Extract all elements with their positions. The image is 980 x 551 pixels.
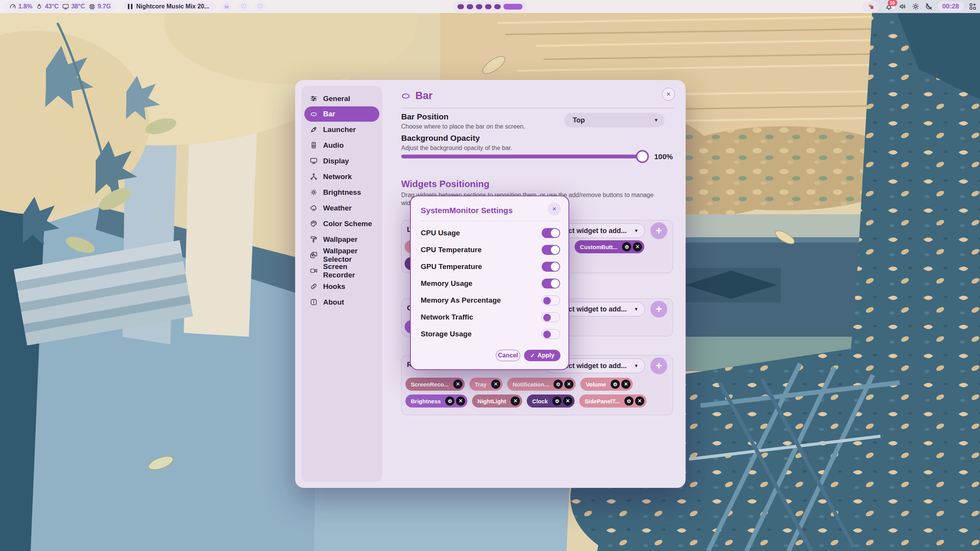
opacity-slider-track[interactable]: [401, 155, 649, 158]
gear-icon: ⚙: [556, 381, 560, 387]
toggle-row-gpu-temperature: GPU Temperature: [421, 261, 560, 273]
sidebar-item-label: Network: [323, 173, 352, 181]
flame-icon: [36, 3, 43, 10]
cpu-usage-toggle[interactable]: [542, 228, 560, 238]
gpu-temperature-toggle[interactable]: [542, 262, 560, 272]
chip-remove-button[interactable]: ×: [635, 396, 644, 406]
system-stats-pill[interactable]: 1.8% 43°C 38°C 9.7G: [4, 1, 116, 12]
widget-chip-sidepanel[interactable]: SidePanelT... ⚙ ×: [579, 395, 647, 408]
widget-chip-notification[interactable]: Notification... ⚙ ×: [507, 378, 576, 391]
sidebar-item-launcher[interactable]: Launcher: [304, 122, 379, 137]
right-widgets-row-2: Brightness ⚙ × NightLight × Clock ⚙ ×: [405, 395, 647, 408]
nightlight-off-icon[interactable]: [924, 2, 933, 11]
cpu-temp-value: 43°C: [45, 3, 59, 10]
widget-chip-screenrecorder[interactable]: ScreenReco... ×: [405, 378, 465, 391]
chip-settings-button[interactable]: ⚙: [552, 396, 562, 406]
dialog-close-button[interactable]: ×: [548, 202, 561, 215]
chip-settings-button[interactable]: ⚙: [622, 242, 631, 251]
workspace-active-pill[interactable]: [503, 4, 523, 10]
sidebar-item-wallpaper-selector[interactable]: Wallpaper Selector: [304, 247, 379, 263]
speaker-box-icon: [310, 141, 318, 149]
memory-as-percentage-toggle[interactable]: [542, 295, 560, 305]
workspace-dot[interactable]: [485, 4, 492, 9]
sidebar-item-color-scheme[interactable]: Color Scheme: [304, 216, 379, 231]
heart-button-1[interactable]: ♡: [238, 1, 249, 12]
chip-settings-button[interactable]: ⚙: [611, 380, 620, 389]
sidebar-item-brightness[interactable]: Brightness: [304, 184, 379, 200]
brightness-icon[interactable]: [911, 2, 920, 11]
close-icon: ×: [459, 398, 462, 404]
skull-button[interactable]: ☠: [221, 1, 232, 12]
chip-remove-button[interactable]: ×: [564, 380, 573, 389]
sidebar-item-wallpaper[interactable]: Wallpaper: [304, 231, 379, 247]
sidebar-item-audio[interactable]: Audio: [304, 137, 379, 153]
widget-chip-nightlight[interactable]: NightLight ×: [472, 395, 522, 408]
workspace-indicator[interactable]: [453, 1, 527, 12]
sidebar-item-label: Color Scheme: [323, 220, 372, 228]
tray-app-button[interactable]: [862, 1, 879, 12]
sidebar-item-general[interactable]: General: [304, 91, 379, 106]
chip-remove-button[interactable]: ×: [633, 242, 642, 251]
sidebar-item-hooks[interactable]: Hooks: [304, 279, 379, 294]
cpu-temperature-toggle[interactable]: [542, 245, 560, 255]
widget-chip-custombutton[interactable]: CustomButt... ⚙ ×: [575, 240, 644, 253]
sidebar-item-about[interactable]: About: [304, 294, 379, 310]
media-player-pill[interactable]: Nightcore Music Mix 20...: [122, 1, 216, 12]
chip-label: Clock: [532, 398, 548, 404]
chip-label: Notification...: [513, 381, 549, 388]
widget-chip-tray[interactable]: Tray ×: [469, 378, 503, 391]
right-add-widget-button[interactable]: +: [650, 357, 667, 374]
chip-remove-button[interactable]: ×: [563, 396, 572, 406]
chip-remove-button[interactable]: ×: [621, 380, 630, 389]
chip-settings-button[interactable]: ⚙: [554, 380, 563, 389]
network-traffic-toggle[interactable]: [542, 312, 560, 322]
chip-remove-button[interactable]: ×: [511, 396, 520, 406]
toggle-label: CPU Temperature: [421, 246, 482, 254]
heart-button-2[interactable]: ♡: [255, 1, 266, 12]
cpu-temp-stat: 43°C: [36, 3, 59, 10]
sidebar-item-screen-recorder[interactable]: Screen Recorder: [304, 263, 379, 279]
page-title: Bar: [415, 90, 433, 102]
workspace-dot[interactable]: [457, 4, 464, 9]
gear-icon: ⚙: [613, 381, 617, 387]
sidebar-item-bar[interactable]: Bar: [304, 106, 379, 122]
chip-remove-button[interactable]: ×: [491, 380, 500, 389]
center-add-widget-button[interactable]: +: [650, 301, 667, 318]
chip-remove-button[interactable]: ×: [456, 396, 465, 406]
chip-settings-button[interactable]: ⚙: [445, 396, 454, 406]
close-icon: ×: [552, 205, 556, 213]
chip-icon: [88, 3, 96, 10]
opacity-value: 100%: [654, 153, 673, 161]
widget-chip-volume[interactable]: Volume ⚙ ×: [580, 378, 633, 391]
widget-chip-brightness[interactable]: Brightness ⚙ ×: [405, 395, 467, 408]
gear-icon: ⚙: [555, 398, 559, 404]
dashboard-icon[interactable]: [969, 2, 977, 11]
cancel-button[interactable]: Cancel: [496, 350, 520, 361]
workspace-dot[interactable]: [476, 4, 482, 9]
chip-settings-button[interactable]: ⚙: [624, 396, 634, 406]
apply-button[interactable]: ✓Apply: [524, 350, 560, 361]
screen: 1.8% 43°C 38°C 9.7G Nightcore Music Mix …: [0, 0, 980, 551]
workspace-dot[interactable]: [467, 4, 473, 9]
workspace-dot[interactable]: [494, 4, 501, 9]
chip-label: SidePanelT...: [585, 398, 620, 404]
volume-icon[interactable]: [898, 2, 907, 11]
widget-chip-clock[interactable]: Clock ⚙ ×: [527, 395, 575, 408]
toggle-knob: [543, 297, 551, 305]
opacity-slider-handle[interactable]: [636, 150, 649, 163]
chip-remove-button[interactable]: ×: [453, 380, 462, 389]
storage-usage-toggle[interactable]: [542, 329, 560, 339]
notifications-button[interactable]: 10: [884, 1, 894, 12]
sidebar-item-network[interactable]: Network: [304, 169, 379, 184]
memory-usage-toggle[interactable]: [542, 279, 560, 289]
bar-position-dropdown[interactable]: Top ▼: [564, 113, 665, 127]
cpu-usage-stat: 1.8%: [9, 3, 32, 10]
sidebar-item-display[interactable]: Display: [304, 153, 379, 169]
sidebar-item-weather[interactable]: Weather: [304, 200, 379, 216]
clock[interactable]: 00:28: [938, 2, 964, 11]
toggle-knob: [551, 262, 559, 271]
sidebar-item-label: Hooks: [323, 282, 345, 291]
left-add-widget-button[interactable]: +: [650, 222, 667, 239]
dialog-title: SystemMonitor Settings: [421, 206, 513, 215]
window-close-button[interactable]: ×: [662, 88, 675, 101]
